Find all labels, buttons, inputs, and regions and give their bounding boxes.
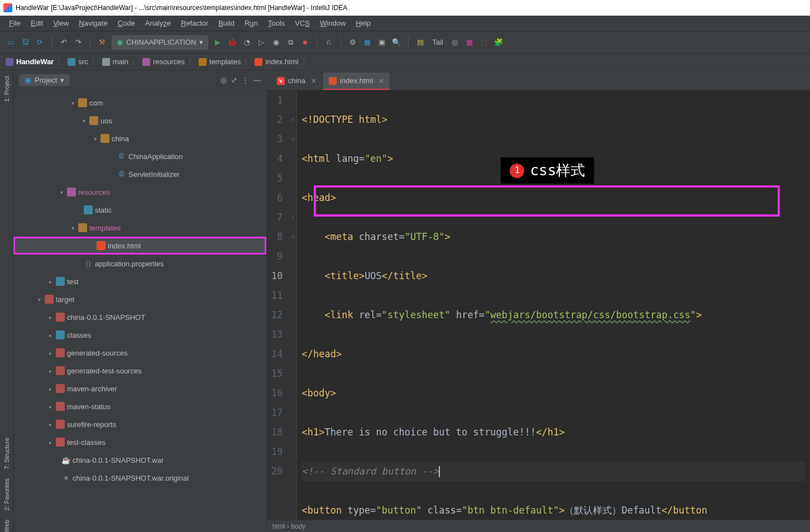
palette-icon[interactable]: ▦ <box>464 37 475 47</box>
tail-label[interactable]: Tail <box>430 38 445 46</box>
save-all-icon[interactable]: 🖫 <box>20 37 30 47</box>
tree-index-html[interactable]: index.html <box>13 237 266 255</box>
tool-strip-left: 1: Project 7: Structure 2: Favorites Web <box>0 70 13 532</box>
hammer-icon[interactable]: ⚒ <box>97 37 107 47</box>
strip-favorites[interactable]: 2: Favorites <box>3 478 10 510</box>
tree-templates[interactable]: ▾templates <box>13 219 266 237</box>
target-icon[interactable]: ◎ <box>221 76 227 84</box>
menu-refactor[interactable]: Refactor <box>176 17 213 29</box>
menu-edit[interactable]: Edit <box>26 17 47 29</box>
search-icon[interactable]: 🔍 <box>391 37 401 47</box>
sync-icon[interactable]: ⟳ <box>35 37 45 47</box>
strip-structure[interactable]: 7: Structure <box>3 438 10 469</box>
tree-servlet[interactable]: ©ServletInitializer <box>13 165 266 183</box>
tree-chinaapp[interactable]: ©ChinaApplication <box>13 147 266 165</box>
menu-vcs[interactable]: VCS <box>290 17 314 29</box>
profile-icon[interactable]: ▷ <box>256 37 266 47</box>
db-icon[interactable]: ▤ <box>415 37 425 47</box>
gutter: 1234 5678 9101112 13141516 17181920 <box>267 90 289 532</box>
more-icon[interactable]: ⋮ <box>242 76 249 84</box>
tree-uos[interactable]: ▾uos <box>13 112 266 130</box>
tree-snapshot[interactable]: ▸china-0.0.1-SNAPSHOT <box>13 308 266 326</box>
collapse-icon[interactable]: ⤢ <box>231 76 237 84</box>
run-config-selector[interactable]: ◉ CHINAAPPLICATION ▾ <box>112 35 208 50</box>
status-bar: html › body <box>267 520 810 532</box>
code-editor[interactable]: 1234 5678 9101112 13141516 17181920 ⊟⊟ ⊥… <box>267 90 810 532</box>
terminal-icon[interactable]: ▣ <box>377 37 387 47</box>
breadcrumb-bar: HandleWar 〉 src 〉 main 〉 resources 〉 tem… <box>0 54 810 70</box>
code-content[interactable]: <!DOCTYPE html> <html lang="en"> <head> … <box>297 90 810 532</box>
project-view-selector[interactable]: ▣ Project ▾ <box>19 74 70 86</box>
tree-war[interactable]: ☕china-0.0.1-SNAPSHOT.war <box>13 451 266 469</box>
redo-icon[interactable]: ↷ <box>73 37 83 47</box>
menu-view[interactable]: View <box>49 17 73 29</box>
run-icon[interactable]: ▶ <box>213 37 223 47</box>
close-icon[interactable]: ✕ <box>311 77 317 85</box>
main-layout: 1: Project 7: Structure 2: Favorites Web… <box>0 70 810 532</box>
tree-target[interactable]: ▾target <box>13 290 266 308</box>
chevron-right-icon: 〉 <box>132 57 139 67</box>
menu-code[interactable]: Code <box>113 17 140 29</box>
intellij-icon <box>3 3 12 12</box>
undo-icon[interactable]: ↶ <box>59 37 69 47</box>
tab-china[interactable]: V china ✕ <box>271 73 322 90</box>
open-icon[interactable]: ▭ <box>6 37 16 47</box>
menu-navigate[interactable]: Navigate <box>74 17 112 29</box>
menu-file[interactable]: File <box>4 17 25 29</box>
tree-resources[interactable]: ▾resources <box>13 183 266 201</box>
menu-tools[interactable]: Tools <box>263 17 289 29</box>
chevron-right-icon: 〉 <box>244 57 251 67</box>
breadcrumb-resources[interactable]: resources <box>142 57 185 66</box>
tab-label: index.html <box>340 76 373 85</box>
project-panel-header: ▣ Project ▾ ◎ ⤢ ⋮ — <box>13 70 266 90</box>
tree-test[interactable]: ▸test <box>13 272 266 290</box>
debug-icon[interactable]: 🐞 <box>227 37 237 47</box>
breadcrumb-src[interactable]: src <box>68 57 88 66</box>
tree-war-orig[interactable]: ✳china-0.0.1-SNAPSHOT.war.original <box>13 469 266 487</box>
grid-icon[interactable]: ▦ <box>362 37 372 47</box>
project-tree[interactable]: ▾com ▾uos ▾china ©ChinaApplication ©Serv… <box>13 90 266 532</box>
close-icon[interactable]: ✕ <box>378 77 384 85</box>
breadcrumb-main[interactable]: main <box>102 57 128 66</box>
tree-gensources[interactable]: ▸generated-sources <box>13 344 266 362</box>
status-path: html › body <box>272 523 305 530</box>
attach-icon[interactable]: ⧉ <box>285 37 295 47</box>
breadcrumb-index[interactable]: index.html <box>255 57 298 66</box>
menu-analyze[interactable]: Analyze <box>141 17 175 29</box>
tree-china[interactable]: ▾china <box>13 130 266 147</box>
strip-project[interactable]: 1: Project <box>3 76 10 102</box>
chevron-right-icon: 〉 <box>188 57 195 67</box>
puzzle-icon[interactable]: 🧩 <box>493 37 504 47</box>
fold-column[interactable]: ⊟⊟ ⊥⊟ <box>289 90 297 532</box>
stop-icon[interactable]: ■ <box>300 37 310 47</box>
menu-help[interactable]: Help <box>351 17 375 29</box>
tree-mavenarchiver[interactable]: ▸maven-archiver <box>13 380 266 397</box>
settings-icon[interactable]: ⚙ <box>348 37 358 47</box>
tree-com[interactable]: ▾com <box>13 94 266 112</box>
menu-build[interactable]: Build <box>214 17 239 29</box>
strip-web[interactable]: Web <box>3 520 10 532</box>
tree-testclasses[interactable]: ▸test-classes <box>13 433 266 451</box>
menu-run[interactable]: Run <box>240 17 262 29</box>
editor-tabs: V china ✕ index.html ✕ <box>267 70 810 90</box>
halt-icon[interactable]: ⬚ <box>479 37 489 47</box>
breadcrumb-handlewar[interactable]: HandleWar <box>6 57 54 66</box>
tab-label: china <box>288 76 305 85</box>
tree-classes[interactable]: ▸classes <box>13 326 266 344</box>
git-icon[interactable]: ⎌ <box>324 37 334 47</box>
chevron-right-icon: 〉 <box>302 57 309 67</box>
tree-static[interactable]: static <box>13 201 266 219</box>
tree-surefire[interactable]: ▸surefire-reports <box>13 415 266 433</box>
tree-mavenstatus[interactable]: ▸maven-status <box>13 397 266 415</box>
tree-app-props[interactable]: ⟨⟩application.properties <box>13 255 266 272</box>
find-icon[interactable]: ◎ <box>450 37 460 47</box>
hide-icon[interactable]: — <box>253 76 261 84</box>
menu-window[interactable]: Window <box>315 17 350 29</box>
chevron-right-icon: 〉 <box>57 57 64 67</box>
coverage-icon[interactable]: ◔ <box>242 37 252 47</box>
separator <box>90 37 90 48</box>
tree-gentestsources[interactable]: ▸generated-test-sources <box>13 362 266 380</box>
breadcrumb-templates[interactable]: templates <box>199 57 241 66</box>
tab-index-html[interactable]: index.html ✕ <box>323 73 390 90</box>
trace-icon[interactable]: ◉ <box>271 37 281 47</box>
